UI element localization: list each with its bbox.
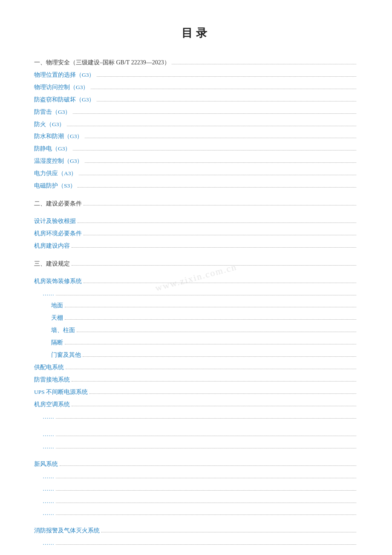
- toc-label: 一、物理安全（三级建设–国标 GB/T 22239—2023）: [34, 58, 170, 68]
- list-item: ……: [34, 538, 358, 548]
- toc-label[interactable]: 地面: [34, 301, 63, 311]
- toc-label[interactable]: ……: [34, 497, 54, 506]
- toc-label[interactable]: 防雷击（G3）: [34, 107, 71, 117]
- toc-label[interactable]: 防火（G3）: [34, 120, 65, 130]
- toc-label[interactable]: 防静电（G3）: [34, 144, 71, 154]
- list-item: 机房环境必要条件: [34, 229, 358, 239]
- list-item: 电力供应（A3）: [34, 169, 358, 179]
- list-item: 隔断: [34, 338, 358, 348]
- list-item: ……: [34, 412, 358, 422]
- list-item: ……: [34, 442, 358, 452]
- list-item: 设计及验收根据: [34, 217, 358, 226]
- toc-label[interactable]: 电力供应（A3）: [34, 169, 77, 179]
- list-item: 防火（G3）: [34, 120, 358, 130]
- toc-dots: [85, 138, 357, 138]
- list-item: ……: [34, 472, 358, 482]
- list-item: 消防报警及气体灭火系统: [34, 526, 358, 536]
- toc-dots: [66, 369, 356, 369]
- toc-dots: [56, 515, 356, 515]
- toc-gap: [34, 272, 358, 277]
- toc-label[interactable]: 隔断: [34, 338, 63, 348]
- list-item: 防雷击（G3）: [34, 107, 358, 117]
- list-item: 墙、柱面: [34, 326, 358, 335]
- toc-dots: [56, 478, 356, 478]
- list-item: ……: [34, 551, 358, 555]
- toc-label[interactable]: ……: [34, 538, 54, 548]
- toc-label[interactable]: ……: [34, 472, 54, 482]
- list-item: 机房装饰装修系统: [34, 277, 358, 286]
- toc-label[interactable]: 机房环境必要条件: [34, 229, 82, 239]
- toc-label[interactable]: 机房建设内容: [34, 241, 70, 251]
- list-item: 天棚: [34, 313, 358, 323]
- toc-dots: [97, 101, 357, 101]
- toc-label[interactable]: 防雷接地系统: [34, 375, 70, 385]
- list-item: 新风系统: [34, 460, 358, 469]
- toc-label[interactable]: ……: [34, 412, 54, 422]
- toc-dots: [73, 150, 357, 150]
- toc-dots: [72, 265, 356, 266]
- toc-label: 二、建设必要条件: [34, 199, 82, 209]
- toc-label[interactable]: 墙、柱面: [34, 326, 75, 335]
- toc-label[interactable]: 温湿度控制（G3）: [34, 156, 83, 166]
- toc-label[interactable]: 物理位置的选择（G3）: [34, 70, 95, 80]
- toc-dots: [56, 490, 356, 491]
- toc-gap: [34, 211, 358, 217]
- toc-dots: [89, 393, 356, 394]
- list-item: 二、建设必要条件: [34, 199, 358, 209]
- toc-dots: [97, 76, 357, 77]
- toc-label[interactable]: 物理访问控制（G3）: [34, 83, 89, 92]
- toc-dots: [83, 356, 356, 357]
- toc-label[interactable]: ……: [34, 509, 54, 518]
- list-item: 机房空调系统: [34, 400, 358, 410]
- toc-label[interactable]: 防盗窃和防破坏（G3）: [34, 95, 95, 105]
- toc-dots: [60, 465, 356, 466]
- list-item: 电磁防护（S3）: [34, 181, 358, 191]
- list-item: 防雷接地系统: [34, 375, 358, 385]
- list-item: ……: [34, 509, 358, 518]
- list-item: 防盗窃和防破坏（G3）: [34, 95, 358, 105]
- toc-label[interactable]: 新风系统: [34, 460, 58, 469]
- toc-dots: [72, 247, 356, 248]
- toc-dots: [65, 307, 356, 307]
- toc-dots: [79, 175, 357, 175]
- toc-label[interactable]: ……: [34, 551, 54, 555]
- toc-label[interactable]: ……: [34, 442, 54, 452]
- list-item: 机房建设内容: [34, 241, 358, 251]
- toc-label[interactable]: 电磁防护（S3）: [34, 181, 76, 191]
- toc-dots: [72, 381, 356, 382]
- list-item: 门窗及其他: [34, 350, 358, 360]
- list-item: 三、建设规定: [34, 259, 358, 269]
- toc-dots: [56, 448, 356, 448]
- toc-dots: [78, 223, 356, 223]
- toc-dots: [56, 503, 356, 503]
- toc-label[interactable]: 机房空调系统: [34, 400, 70, 410]
- toc-gap: [34, 254, 358, 259]
- list-item: 防水和防潮（G3）: [34, 132, 358, 142]
- toc-dots: [73, 113, 357, 114]
- toc-dots: [77, 332, 356, 332]
- toc-dots: [84, 235, 356, 235]
- list-item: 物理访问控制（G3）: [34, 83, 358, 92]
- toc-label[interactable]: 机房装饰装修系统: [34, 277, 82, 286]
- list-item: 物理位置的选择（G3）: [34, 70, 358, 80]
- toc-dots: [67, 126, 357, 126]
- toc-label[interactable]: 门窗及其他: [34, 350, 81, 360]
- toc-label[interactable]: 消防报警及气体灭火系统: [34, 526, 100, 536]
- toc-label[interactable]: ……: [34, 484, 54, 494]
- list-item: UPS 不间断电源系统: [34, 387, 358, 397]
- toc-label[interactable]: UPS 不间断电源系统: [34, 387, 88, 397]
- toc-dots: [56, 295, 356, 295]
- toc-label[interactable]: 设计及验收根据: [34, 217, 76, 226]
- list-item: 地面: [34, 301, 358, 311]
- list-item: ……: [34, 484, 358, 494]
- list-item: 供配电系统: [34, 363, 358, 373]
- toc-label[interactable]: ……: [34, 289, 54, 299]
- toc-dots: [56, 544, 356, 545]
- toc-label[interactable]: ……: [34, 430, 54, 439]
- toc-dots: [56, 418, 356, 419]
- toc-label[interactable]: 防水和防潮（G3）: [34, 132, 83, 142]
- toc-gap: [34, 521, 358, 526]
- toc-label[interactable]: 供配电系统: [34, 363, 64, 373]
- toc-container: 一、物理安全（三级建设–国标 GB/T 22239—2023）物理位置的选择（G…: [34, 58, 358, 555]
- toc-label[interactable]: 天棚: [34, 313, 63, 323]
